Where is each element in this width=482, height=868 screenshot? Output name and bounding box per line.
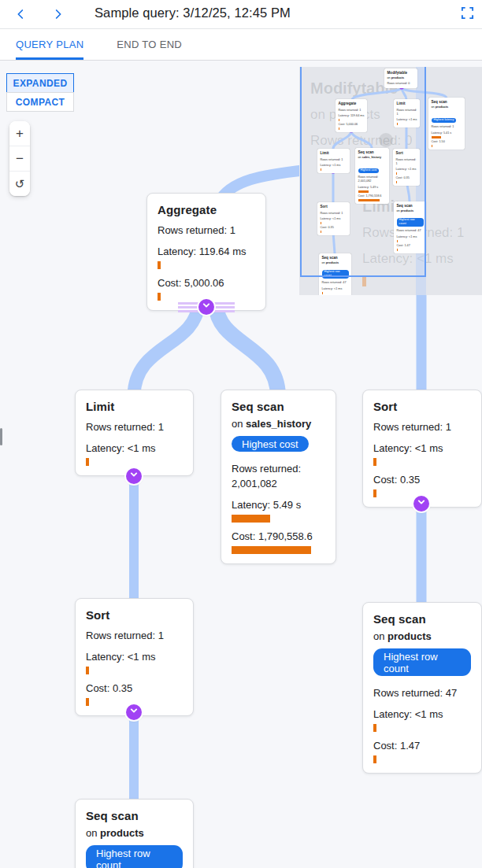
left-scroll-indicator [0,428,2,445]
metric-bar [373,458,376,466]
plan-node-seq-scan-products-right[interactable]: Seq scanon productsHighest row countRows… [362,602,482,774]
node-metric: Rows returned: 1 [158,223,255,238]
node-metric: Rows returned: 2,001,082 [232,461,325,491]
node-metric: Latency: <1 ms [86,441,183,456]
node-metric: Rows returned: 47 [373,685,471,700]
collapse-button-aggregate-expand[interactable] [198,299,214,315]
mini-metric-bar [322,292,324,294]
page-title: Sample query: 3/12/25, 12:45 PM [95,6,291,20]
fullscreen-button[interactable] [458,6,476,23]
chevron-down-icon [200,299,213,315]
zoom-in-button[interactable]: + [9,121,30,146]
metric-bar [158,293,161,301]
mini-node-badge: Highest latency [432,118,457,123]
mini-node-metric: Latency: <1 ms [322,287,349,291]
tab-end-to-end[interactable]: END TO END [117,29,182,60]
tab-end-to-end-label: END TO END [117,39,182,50]
minimap-node-seq-scan-latency: Seq scanon productsHighest latencyRows r… [428,98,465,150]
node-metric: Latency: <1 ms [86,649,183,664]
mini-node-metric: Cost: 1.50 [432,140,462,144]
node-title: Sort [373,400,471,413]
plan-node-sort-left[interactable]: SortRows returned: 1Latency: <1 msCost: … [75,598,194,716]
metric-bar [232,515,270,523]
node-metric: Rows returned: 1 [86,628,183,643]
tab-query-plan-label: QUERY PLAN [16,39,83,50]
forward-button[interactable] [49,5,68,24]
metric-bar [86,458,89,466]
zoom-controls: + − ↺ [9,121,30,196]
plan-node-aggregate[interactable]: AggregateRows returned: 1Latency: 119.64… [146,193,266,311]
collapse-button-limit-expand[interactable] [126,468,142,484]
chevron-down-icon [128,704,140,720]
back-button[interactable] [11,5,30,24]
view-toggle: EXPANDED COMPACT [6,73,74,112]
metric-bar [86,698,89,706]
mini-metric-bar [432,136,441,139]
metric-bar [373,755,376,763]
mini-node-metric: Rows returned: 1 [432,125,462,129]
plus-icon: + [16,126,24,142]
plan-node-seq-scan-sales-history[interactable]: Seq scanon sales_historyHighest costRows… [221,390,336,564]
node-metric: Cost: 1,790,558.6 [232,529,325,544]
expanded-button[interactable]: EXPANDED [6,73,74,93]
node-metric: Latency: <1 ms [373,441,471,456]
metric-bar [158,261,161,269]
plan-node-limit[interactable]: LimitRows returned: 1Latency: <1 ms [75,390,194,476]
compact-button[interactable]: COMPACT [6,92,74,112]
tab-query-plan[interactable]: QUERY PLAN [16,29,83,60]
node-badge: Highest cost [232,436,309,452]
mini-node-table-name: on products [432,105,462,110]
collapse-button-sort-left-expand[interactable] [126,704,142,720]
node-table-name: on products [86,826,183,840]
tab-bar: QUERY PLAN END TO END [0,29,482,61]
metric-bar [232,546,311,554]
metric-bar [373,489,376,497]
node-badge: Highest row count [86,845,183,868]
zoom-out-button[interactable]: − [9,146,30,171]
node-metric: Cost: 1.47 [373,738,471,753]
metric-bar [86,667,89,674]
reset-zoom-button[interactable]: ↺ [9,171,30,196]
chevron-left-icon [14,8,27,20]
node-metric: Latency: 5.49 s [232,497,325,512]
metric-bar [373,724,376,732]
header: Sample query: 3/12/25, 12:45 PM [0,0,482,29]
plan-node-sort-right[interactable]: SortRows returned: 1Latency: <1 msCost: … [362,390,482,508]
node-table-name: on products [373,630,471,644]
mini-node-metric: Latency: 5.41 s [432,131,462,135]
minimap-viewport[interactable] [300,67,426,277]
node-metric: Cost: 0.35 [86,681,183,696]
plan-node-seq-scan-products-bottom[interactable]: Seq scanon productsHighest row countRows… [75,799,194,868]
node-metric: Cost: 5,000.06 [158,275,255,290]
mini-metric-bar [432,145,433,147]
node-metric: Latency: 119.64 ms [158,244,255,259]
minus-icon: − [16,151,24,167]
mini-node-metric: Rows returned: 47 [322,281,349,285]
collapse-button-sort-right-expand[interactable] [413,496,429,512]
node-metric: Cost: 0.35 [373,472,471,487]
fullscreen-icon [461,6,474,23]
node-metric: Latency: <1 ms [373,707,471,722]
node-title: Limit [86,400,183,413]
chevron-right-icon [52,8,65,20]
node-badge: Highest row count [373,648,471,676]
node-table-name: on sales_history [232,417,325,431]
chevron-down-icon [128,468,140,484]
active-tab-underline [16,57,83,60]
reset-icon: ↺ [15,177,25,191]
node-metric: Rows returned: 1 [86,419,183,434]
node-title: Seq scan [373,612,471,626]
node-title: Seq scan [86,809,183,822]
node-metric: Rows returned: 1 [373,419,471,434]
node-title: Sort [86,608,183,622]
chevron-down-icon [415,496,428,512]
node-title: Aggregate [158,203,255,216]
node-title: Seq scan [232,400,325,413]
minimap[interactable]: Modifytable on products Rows returned: 0… [299,67,482,295]
